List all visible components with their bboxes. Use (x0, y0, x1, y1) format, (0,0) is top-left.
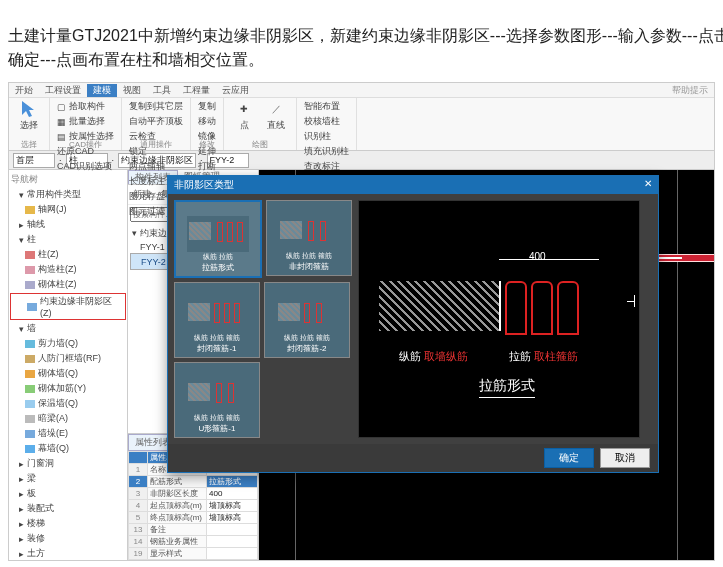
tree-node[interactable]: 轴网(J) (9, 202, 127, 217)
option-closed-stirrup-2[interactable]: 纵筋 拉筋 箍筋 封闭箍筋-2 (264, 282, 350, 358)
menu-item[interactable]: 云应用 (216, 84, 255, 97)
option-tie-form[interactable]: 纵筋 拉筋 拉筋形式 (174, 200, 262, 278)
group-title: 通用操作 (122, 139, 190, 150)
ribbon-btn[interactable]: 校核墙柱 (301, 114, 352, 129)
stirrup-icon (557, 281, 579, 335)
menu-item[interactable]: 开始 (9, 84, 39, 97)
ribbon-btn[interactable]: CAD识别选项 (54, 159, 117, 174)
zone-type-dialog: 非阴影区类型 ✕ 纵筋 拉筋 拉筋形式 纵筋 拉筋 箍筋 非封闭箍筋 (167, 175, 659, 473)
menu-item-active[interactable]: 建模 (87, 84, 117, 97)
option-tags: 纵筋 拉筋 箍筋 (284, 333, 330, 343)
preview-pane: 400 纵筋 取墙纵筋 拉筋 取柱箍筋 拉筋形式 (358, 200, 640, 438)
grid-icon (25, 206, 35, 214)
menu-item[interactable]: 工程量 (177, 84, 216, 97)
tree-node[interactable]: ▸ 轴线 (9, 217, 127, 232)
tree-node[interactable]: ▾ 柱 (9, 232, 127, 247)
ribbon-btn[interactable]: ▢拾取构件 (54, 99, 117, 114)
cursor-icon (19, 99, 39, 119)
tree-node[interactable]: 人防门框墙(RF) (9, 351, 127, 366)
menu-item[interactable]: 视图 (117, 84, 147, 97)
brickwall-icon (25, 370, 35, 378)
tree-node[interactable]: 幕墙(Q) (9, 441, 127, 456)
option-caption: U形箍筋-1 (199, 423, 236, 434)
dialog-title[interactable]: 非阴影区类型 ✕ (168, 176, 658, 194)
zone-icon (27, 303, 37, 311)
option-closed-stirrup-1[interactable]: 纵筋 拉筋 箍筋 封闭箍筋-1 (174, 282, 260, 358)
tree-node[interactable]: 构造柱(Z) (9, 262, 127, 277)
ribbon-btn[interactable]: 移动 (195, 114, 219, 129)
menu-item[interactable]: 工具 (147, 84, 177, 97)
ribbon-btn[interactable]: ▦批量选择 (54, 114, 117, 129)
option-open-stirrup[interactable]: 纵筋 拉筋 箍筋 非封闭箍筋 (266, 200, 352, 276)
wall-hatch (379, 281, 501, 331)
tree-node[interactable]: ▸ 门窗洞 (9, 456, 127, 471)
option-caption: 非封闭箍筋 (289, 261, 329, 272)
option-tags: 纵筋 拉筋 箍筋 (194, 333, 240, 343)
tree-node[interactable]: ▾ 常用构件类型 (9, 187, 127, 202)
group-title: 绘图 (224, 139, 296, 150)
ribbon-btn[interactable]: 智能布置 (301, 99, 352, 114)
tree-node[interactable]: 砌体加筋(Y) (9, 381, 127, 396)
tree-node[interactable]: ▸ 楼梯 (9, 516, 127, 531)
line-icon: ／ (266, 99, 286, 119)
ribbon-btn[interactable]: 填充识别柱 (301, 144, 352, 159)
tree-node[interactable]: 剪力墙(Q) (9, 336, 127, 351)
tree-head: 导航树 (9, 172, 127, 187)
curtain-icon (25, 445, 35, 453)
dimension-label: 400 (529, 251, 546, 262)
axis-line (677, 170, 678, 560)
cancel-button[interactable]: 取消 (600, 448, 650, 468)
menubar: 开始 工程设置 建模 视图 工具 工程量 云应用 帮助提示 (9, 83, 714, 98)
line-tool[interactable]: ／直线 (260, 99, 292, 132)
floor-select[interactable]: 首层 (13, 153, 55, 168)
instruction-text: 土建计量GTJ2021中新增约束边缘非阴影区，新建约束边缘非阴影区---选择参数… (8, 24, 723, 72)
close-icon[interactable]: ✕ (644, 178, 652, 192)
ribbon-btn[interactable]: 两点辅轴 (126, 159, 186, 174)
option-tags: 纵筋 拉筋 箍筋 (194, 413, 240, 423)
ok-button[interactable]: 确定 (544, 448, 594, 468)
option-u-stirrup-1[interactable]: 纵筋 拉筋 箍筋 U形箍筋-1 (174, 362, 260, 438)
brick-icon (25, 281, 35, 289)
frame-icon (25, 355, 35, 363)
ribbon-btn[interactable]: 打断 (195, 159, 219, 174)
beam-icon (25, 415, 35, 423)
pier-icon (25, 430, 35, 438)
option-tags: 纵筋 拉筋 箍筋 (286, 251, 332, 261)
ribbon-btn[interactable]: 复制 (195, 99, 219, 114)
menu-item[interactable]: 工程设置 (39, 84, 87, 97)
tree-node[interactable]: ▾ 墙 (9, 321, 127, 336)
option-caption: 封闭箍筋-1 (197, 343, 236, 354)
edge-marker (627, 301, 635, 302)
stirrup-icon (531, 281, 553, 335)
tree-node-highlighted[interactable]: 约束边缘非阴影区(Z) (10, 293, 126, 320)
rein-icon (25, 385, 35, 393)
point-icon: ✚ (234, 99, 254, 119)
ribbon-btn[interactable]: 复制到其它层 (126, 99, 186, 114)
option-grid: 纵筋 拉筋 拉筋形式 纵筋 拉筋 箍筋 非封闭箍筋 纵筋 拉筋 箍筋 封闭箍筋-… (174, 200, 352, 438)
help-hint: 帮助提示 (666, 84, 714, 97)
option-caption: 封闭箍筋-2 (287, 343, 326, 354)
tree-node[interactable]: 柱(Z) (9, 247, 127, 262)
tree-node[interactable]: 砌体柱(Z) (9, 277, 127, 292)
option-caption: 拉筋形式 (202, 262, 234, 273)
col2-icon (25, 266, 35, 274)
preview-title: 拉筋形式 (479, 377, 535, 398)
app-window: 开始 工程设置 建模 视图 工具 工程量 云应用 帮助提示 选择 选择 ▢拾取构… (8, 82, 715, 561)
point-tool[interactable]: ✚点 (228, 99, 260, 132)
select-tool[interactable]: 选择 (13, 99, 45, 132)
tree-node[interactable]: 墙垛(E) (9, 426, 127, 441)
ribbon-btn[interactable]: 识别柱 (301, 129, 352, 144)
tree-node[interactable]: ▸ 装配式 (9, 501, 127, 516)
tree-node[interactable]: 暗梁(A) (9, 411, 127, 426)
col-icon (25, 251, 35, 259)
tree-node[interactable]: ▸ 梁 (9, 471, 127, 486)
tree-node[interactable]: ▸ 板 (9, 486, 127, 501)
tree-node[interactable]: 砌体墙(Q) (9, 366, 127, 381)
tree-node[interactable]: ▸ 土方 (9, 546, 127, 560)
tree-node[interactable]: 保温墙(Q) (9, 396, 127, 411)
nav-tree[interactable]: 导航树 ▾ 常用构件类型 轴网(J) ▸ 轴线 ▾ 柱 柱(Z) 构造柱(Z) … (9, 170, 128, 560)
ribbon-btn[interactable]: 自动平齐顶板 (126, 114, 186, 129)
tree-node[interactable]: ▸ 装修 (9, 531, 127, 546)
insul-icon (25, 400, 35, 408)
ribbon: 选择 选择 ▢拾取构件 ▦批量选择 ▤按属性选择 还原CAD CAD识别选项 C… (9, 98, 714, 151)
